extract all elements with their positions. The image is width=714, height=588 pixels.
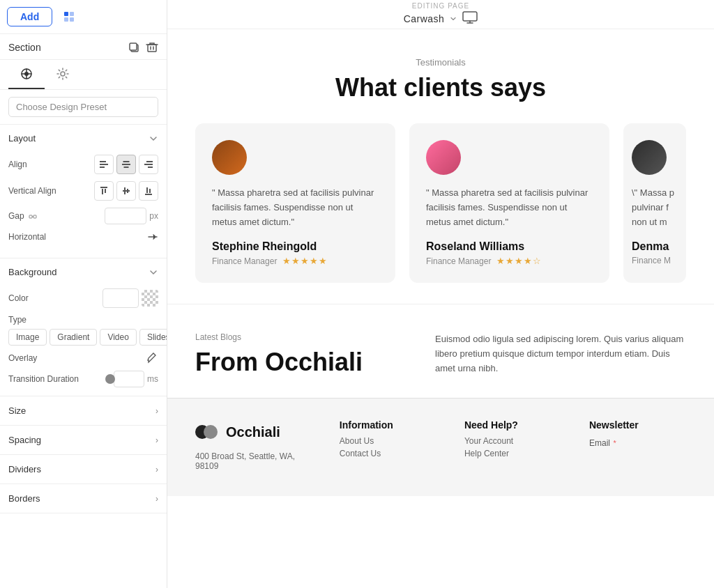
color-row: Color (8, 288, 158, 308)
size-header[interactable]: Size › (0, 396, 167, 425)
transition-controls: ms (100, 371, 158, 387)
color-preview[interactable] (102, 288, 139, 308)
spacing-group: Spacing › (0, 426, 167, 455)
footer-about-us: About Us (340, 436, 436, 446)
gap-input-row: px (105, 208, 158, 224)
email-label: Email (589, 438, 610, 448)
avatar-2 (426, 140, 461, 175)
svg-rect-9 (100, 161, 106, 162)
background-group-header[interactable]: Background (0, 258, 167, 286)
gap-input[interactable] (105, 208, 146, 224)
valign-bottom-button[interactable] (139, 181, 158, 201)
color-label: Color (8, 293, 64, 303)
overlay-edit-button[interactable] (147, 353, 158, 364)
testimonials-tag: Testimonials (195, 57, 686, 68)
align-buttons (94, 155, 158, 174)
dividers-header[interactable]: Dividers › (0, 455, 167, 483)
footer-contact-us: Contact Us (340, 449, 436, 458)
main-area: EDITING PAGE Carwash Testimonials What c… (167, 0, 714, 588)
section-label: Section (8, 42, 41, 53)
person-name-1: Stephine Rheingold (212, 240, 379, 253)
svg-rect-23 (127, 189, 128, 193)
left-panel: Add Section (0, 0, 167, 588)
svg-rect-14 (124, 167, 129, 168)
transition-unit: ms (147, 374, 158, 384)
quote-text-1: " Massa pharetra sed at facilisis pulvin… (212, 186, 379, 229)
spacing-chevron-icon: › (155, 435, 158, 445)
testimonials-title: What clients says (195, 73, 686, 102)
logo-icon (195, 419, 220, 444)
type-gradient-button[interactable]: Gradient (50, 329, 97, 346)
stars-2: ★★★★☆ (496, 256, 542, 266)
align-left-button[interactable] (94, 155, 114, 174)
type-video-button[interactable]: Video (100, 329, 136, 346)
valign-middle-button[interactable] (116, 181, 136, 201)
horizontal-row: Horizontal (8, 231, 158, 242)
align-label: Align (8, 160, 64, 169)
svg-rect-20 (105, 189, 106, 193)
delete-section-button[interactable] (146, 41, 158, 54)
toolbar: Add (0, 0, 167, 34)
footer-col-information-title: Information (340, 419, 436, 431)
svg-rect-22 (124, 187, 126, 194)
background-title: Background (8, 267, 56, 277)
valign-top-button[interactable] (94, 181, 114, 201)
transition-label: Transition Duration (8, 374, 79, 384)
type-slideshow-button[interactable]: Slideshow (139, 329, 167, 346)
copy-section-button[interactable] (128, 41, 140, 54)
design-preset-select[interactable]: Choose Design Preset (8, 97, 158, 117)
svg-rect-17 (148, 167, 153, 168)
blogs-section: Latest Blogs From Occhiali Euismod odio … (167, 304, 714, 398)
edit-icon-button[interactable] (58, 6, 80, 28)
transparent-icon[interactable] (142, 290, 158, 307)
svg-rect-13 (122, 164, 130, 165)
background-content: Color Type Image Gradient Video Slidesho… (0, 286, 167, 396)
design-tabs (0, 60, 167, 90)
brand-name: Occhiali (226, 424, 280, 440)
avatar-3 (632, 140, 667, 175)
dividers-title: Dividers (8, 464, 41, 474)
svg-point-8 (24, 72, 29, 76)
footer-col-information: Information About Us Contact Us (340, 419, 436, 461)
tab-design[interactable] (8, 60, 45, 89)
page-dropdown-button[interactable] (450, 15, 457, 22)
svg-rect-15 (146, 161, 153, 162)
slider-thumb[interactable] (105, 374, 115, 384)
svg-rect-28 (33, 215, 36, 218)
testimonials-section: Testimonials What clients says " Massa p… (167, 29, 714, 304)
size-group: Size › (0, 396, 167, 426)
testimonial-card-1: " Massa pharetra sed at facilisis pulvin… (195, 123, 395, 283)
stars-1: ★★★★★ (282, 256, 328, 266)
spacing-header[interactable]: Spacing › (0, 426, 167, 454)
add-button[interactable]: Add (7, 7, 52, 26)
person-name-2: Roseland Williams (426, 240, 593, 253)
canvas: Testimonials What clients says " Massa p… (167, 29, 714, 588)
testimonial-card-2: " Massa pharetra sed at facilisis pulvin… (409, 123, 609, 283)
logo-circle-2 (204, 425, 218, 439)
borders-header[interactable]: Borders › (0, 484, 167, 513)
transition-row: Transition Duration ms (8, 371, 158, 387)
gap-row: Gap px (8, 208, 158, 224)
align-right-button[interactable] (139, 155, 158, 174)
svg-rect-24 (145, 194, 152, 195)
svg-rect-26 (149, 189, 151, 193)
layout-group-header[interactable]: Layout (0, 125, 167, 152)
type-label: Type (8, 315, 158, 325)
align-center-button[interactable] (116, 155, 136, 174)
transition-input[interactable] (114, 371, 144, 387)
person-role-row-1: Finance Manager ★★★★★ (212, 256, 379, 266)
quote-text-3: \" Massa ppulvinar fnon ut m (632, 186, 678, 229)
blogs-title: From Occhiali (195, 348, 407, 377)
horizontal-edit-button[interactable] (147, 231, 158, 242)
size-title: Size (8, 405, 26, 416)
person-role-2: Finance Manager (426, 256, 491, 266)
dividers-chevron-icon: › (155, 465, 158, 474)
svg-rect-18 (100, 187, 107, 188)
tab-settings[interactable] (45, 60, 81, 89)
design-preset-row: Choose Design Preset (0, 90, 167, 125)
dividers-group: Dividers › (0, 455, 167, 484)
type-image-button[interactable]: Image (8, 329, 47, 346)
borders-title: Borders (8, 493, 40, 504)
svg-rect-2 (64, 17, 68, 22)
svg-rect-27 (29, 215, 32, 218)
